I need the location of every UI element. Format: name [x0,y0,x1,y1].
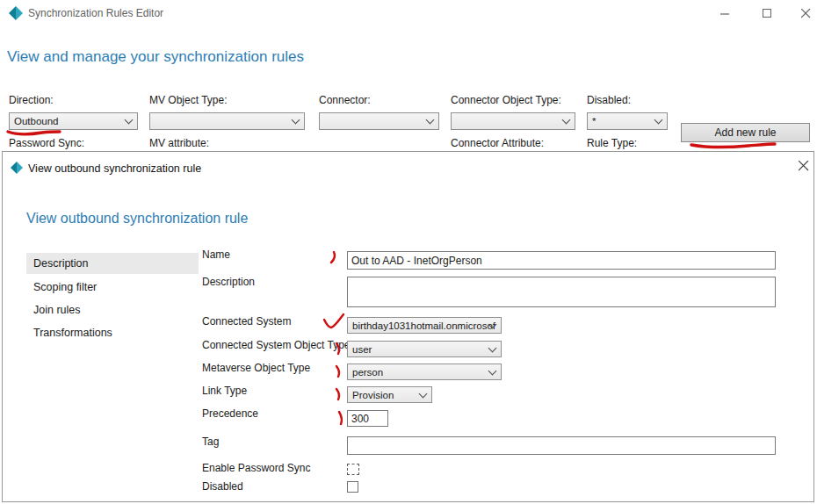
sidebar-item-transformations[interactable]: Transformations [26,322,199,343]
connected-system-value: birthday1031hotmail.onmicrosof [352,320,495,331]
chevron-down-icon [562,116,571,125]
disabled-filter-dropdown[interactable]: * [587,112,668,130]
minimize-icon [720,9,730,18]
chevron-down-icon [419,389,428,398]
chevron-down-icon [292,116,300,125]
minimize-button[interactable] [710,4,740,23]
tag-label: Tag [202,436,219,448]
link-type-value: Provision [352,390,394,400]
direction-dropdown[interactable]: Outbound [9,112,138,130]
chevron-down-icon [426,116,435,125]
name-input[interactable] [347,251,776,270]
sidebar-item-scoping-filter[interactable]: Scoping filter [26,277,199,298]
metaverse-object-type-dropdown[interactable]: person [347,364,502,380]
add-new-rule-button[interactable]: Add new rule [681,123,810,142]
filter-label-connector-object-type: Connector Object Type: [451,94,561,106]
disabled-label: Disabled [202,480,243,493]
filter-label-connector: Connector: [319,94,371,106]
dialog-title: View outbound synchronization rule [28,162,201,175]
link-type-dropdown[interactable]: Provision [347,386,432,403]
description-input[interactable] [347,277,776,307]
enable-password-sync-label: Enable Password Sync [202,462,310,474]
filter-label-disabled: Disabled: [587,94,631,106]
red-underline-add-new-rule [691,144,775,147]
connected-system-object-type-dropdown[interactable]: user [347,341,502,357]
link-type-label: Link Type [202,385,247,397]
disabled-checkbox[interactable] [347,481,358,493]
mv-object-type-dropdown[interactable] [149,112,305,130]
chevron-down-icon [488,343,497,352]
page-title: View and manage your synchronization rul… [7,48,304,66]
chevron-down-icon [125,116,134,125]
filter-label-direction: Direction: [9,94,54,106]
chevron-down-icon [488,366,497,375]
tag-input[interactable] [347,436,776,455]
filter-label-password-sync: Password Sync: [9,137,84,149]
title-bar: Synchronization Rules Editor [0,0,817,26]
precedence-input[interactable] [347,410,388,427]
dialog-diamond-icon [11,162,23,174]
dialog-heading: View outbound synchronization rule [26,211,248,227]
filter-label-mv-object-type: MV Object Type: [149,94,227,106]
precedence-label: Precedence [202,407,258,420]
connected-system-object-type-label: Connected System Object Type [202,339,351,351]
connector-object-type-dropdown[interactable] [451,112,575,130]
filter-label-rule-type: Rule Type: [587,137,637,149]
window-title: Synchronization Rules Editor [28,7,163,19]
app-diamond-icon [9,6,23,20]
metaverse-object-type-value: person [352,367,383,378]
connected-system-label: Connected System [202,315,291,328]
filter-label-mv-attribute: MV attribute: [149,137,209,149]
enable-password-sync-checkbox[interactable] [347,464,359,475]
sidebar-item-join-rules[interactable]: Join rules [26,299,199,320]
connector-dropdown[interactable] [319,112,439,130]
connected-system-dropdown[interactable]: birthday1031hotmail.onmicrosof [347,317,502,334]
dialog-close-button[interactable] [789,156,817,176]
close-icon [801,9,811,18]
maximize-button[interactable] [752,4,782,23]
close-button[interactable] [791,4,817,23]
metaverse-object-type-label: Metaverse Object Type [202,362,310,374]
name-label: Name [202,248,230,261]
maximize-icon [763,9,771,18]
disabled-filter-value: * [592,116,596,126]
app-window: { "window": { "title": "Synchronization … [0,0,817,504]
description-label: Description [202,276,255,288]
direction-value: Outbound [14,116,59,126]
connected-system-object-type-value: user [352,344,372,355]
red-underline-outbound [8,132,60,134]
filter-label-connector-attribute: Connector Attribute: [451,137,544,149]
chevron-down-icon [654,116,663,125]
sidebar-item-description[interactable]: Description [26,253,199,274]
close-icon [799,161,809,171]
